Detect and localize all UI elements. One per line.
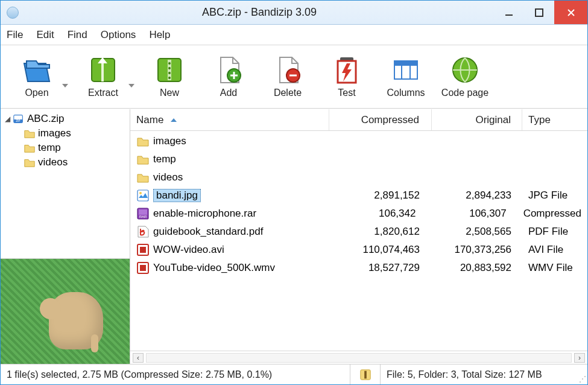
preview-image [1, 258, 130, 364]
close-button[interactable] [554, 1, 587, 24]
folder-tree[interactable]: ◢ ABC.zip images temp videos [1, 109, 130, 172]
sort-ascending-icon [171, 118, 177, 122]
file-name: guidebook_standard.pdf [153, 226, 263, 238]
file-original: 2,894,233 [432, 189, 522, 202]
new-button[interactable]: New [145, 55, 194, 98]
column-compressed[interactable]: Compressed [329, 109, 432, 130]
file-list: Name Compressed Original Type imagestemp… [130, 109, 587, 364]
new-archive-icon [154, 55, 185, 85]
menu-find[interactable]: Find [68, 29, 87, 41]
scroll-right-icon[interactable]: › [574, 353, 585, 363]
tree-root[interactable]: ◢ ABC.zip [4, 112, 126, 126]
column-name[interactable]: Name [130, 109, 329, 130]
resize-grip[interactable]: ⋰ [575, 364, 587, 384]
scroll-left-icon[interactable]: ‹ [133, 353, 144, 363]
scroll-track[interactable] [146, 353, 572, 363]
avi-icon [136, 243, 150, 256]
file-rows[interactable]: imagestempvideosbandi.jpg2,891,1522,894,… [130, 131, 587, 351]
delete-icon [273, 55, 303, 85]
table-row[interactable]: guidebook_standard.pdf1,820,6122,508,565… [130, 223, 587, 241]
table-row[interactable]: enable-microphone.rar106,342106,307Compr… [130, 205, 587, 223]
folder-icon [136, 153, 150, 166]
tree-item-label: temp [38, 142, 61, 154]
file-name: bandi.jpg [153, 189, 201, 202]
delete-button[interactable]: Delete [264, 55, 312, 98]
file-name: YouTube-video_500K.wmv [153, 262, 275, 274]
table-row[interactable]: images [130, 132, 587, 150]
preview-pane [1, 172, 130, 364]
column-type[interactable]: Type [522, 109, 587, 130]
tree-item-label: videos [38, 156, 68, 168]
file-compressed: 110,074,463 [329, 244, 432, 256]
app-icon [7, 7, 19, 19]
add-icon [213, 55, 244, 85]
zip-icon [13, 113, 25, 125]
extract-dropdown-icon[interactable] [128, 84, 134, 88]
file-compressed: 18,527,729 [329, 262, 432, 274]
menubar: File Edit Find Options Help [1, 25, 587, 45]
rar-icon [136, 207, 150, 220]
file-name: temp [153, 153, 176, 165]
file-type: PDF File [522, 226, 587, 238]
menu-help[interactable]: Help [149, 29, 170, 41]
open-dropdown-icon[interactable] [62, 84, 68, 88]
file-original: 106,307 [428, 208, 517, 220]
extract-icon [88, 55, 118, 85]
test-icon [332, 55, 362, 85]
toolbar: Open Extract New Add Delete Test [1, 45, 587, 109]
file-type: Compressed [517, 208, 587, 220]
tree-item[interactable]: temp [4, 141, 126, 155]
add-button[interactable]: Add [204, 55, 253, 98]
codepage-button[interactable]: Code page [441, 55, 489, 98]
folder-open-icon [22, 55, 52, 85]
tree-root-label: ABC.zip [27, 113, 64, 125]
tree-item[interactable]: videos [4, 155, 126, 170]
folder-icon [24, 127, 36, 139]
table-row[interactable]: temp [130, 150, 587, 168]
menu-file[interactable]: File [7, 29, 23, 41]
table-row[interactable]: YouTube-video_500K.wmv18,527,72920,883,5… [130, 259, 587, 277]
maximize-button[interactable] [524, 1, 554, 24]
jpg-icon [136, 189, 150, 202]
columns-button[interactable]: Columns [382, 55, 430, 98]
column-headers: Name Compressed Original Type [130, 109, 587, 131]
test-button[interactable]: Test [323, 55, 371, 98]
file-name: images [153, 135, 186, 147]
status-archive-icon [350, 364, 381, 384]
file-name: WOW-video.avi [153, 244, 224, 256]
table-row[interactable]: bandi.jpg2,891,1522,894,233JPG File [130, 186, 587, 205]
file-original: 2,508,565 [432, 226, 522, 238]
statusbar: 1 file(s) selected, 2.75 MB (Compressed … [1, 364, 587, 384]
app-window: ABC.zip - Bandizip 3.09 File Edit Find O… [0, 0, 588, 385]
menu-options[interactable]: Options [101, 29, 136, 41]
file-name: videos [153, 171, 183, 183]
tree-item-label: images [38, 127, 71, 139]
file-compressed: 106,342 [326, 208, 428, 220]
globe-icon [450, 55, 480, 85]
columns-icon [391, 55, 421, 85]
folder-icon [136, 135, 150, 148]
pdf-icon [136, 225, 150, 238]
file-name: enable-microphone.rar [153, 208, 256, 220]
file-original: 170,373,256 [432, 244, 522, 256]
file-original: 20,883,592 [432, 262, 522, 274]
table-row[interactable]: videos [130, 168, 587, 186]
extract-button[interactable]: Extract [79, 55, 127, 98]
svg-rect-26 [505, 14, 513, 16]
titlebar[interactable]: ABC.zip - Bandizip 3.09 [1, 1, 587, 25]
wmv-icon [136, 261, 150, 275]
collapse-icon[interactable]: ◢ [4, 115, 10, 123]
minimize-button[interactable] [494, 1, 524, 24]
left-panel: ◢ ABC.zip images temp videos [1, 109, 130, 364]
file-type: JPG File [522, 189, 587, 202]
status-right: File: 5, Folder: 3, Total Size: 127 MB [381, 369, 575, 380]
table-row[interactable]: WOW-video.avi110,074,463170,373,256AVI F… [130, 241, 587, 259]
tree-item[interactable]: images [4, 126, 126, 141]
menu-edit[interactable]: Edit [36, 29, 54, 41]
folder-icon [24, 142, 36, 154]
column-original[interactable]: Original [432, 109, 522, 130]
file-type: WMV File [522, 262, 587, 274]
open-button[interactable]: Open [13, 55, 61, 98]
folder-icon [24, 156, 36, 168]
horizontal-scrollbar[interactable]: ‹ › [130, 351, 587, 364]
